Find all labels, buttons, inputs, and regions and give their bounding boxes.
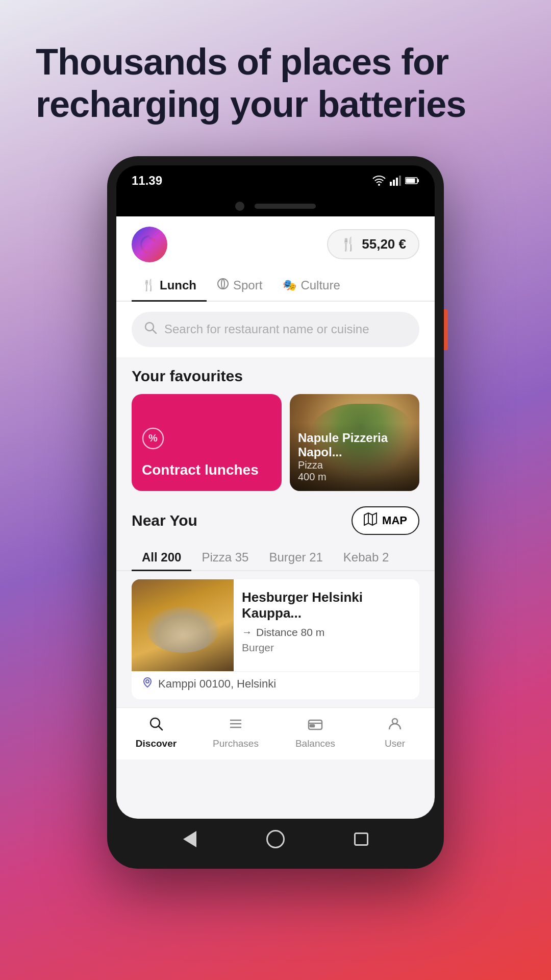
tab-sport[interactable]: Sport: [207, 271, 272, 302]
svg-rect-6: [417, 179, 419, 182]
app-logo[interactable]: [132, 227, 167, 262]
svg-rect-23: [310, 725, 314, 727]
restaurant-address: Kamppi 00100, Helsinki: [132, 671, 419, 699]
home-button[interactable]: [266, 830, 285, 848]
status-icons: [372, 176, 419, 186]
svg-point-7: [218, 279, 228, 289]
search-section: Search for restaurant name or cuisine: [116, 302, 435, 357]
purchases-icon: [228, 716, 243, 735]
page-headline: Thousands of places for recharging your …: [0, 0, 551, 146]
wifi-icon: [372, 176, 386, 186]
balance-pill[interactable]: 🍴 55,20 €: [327, 229, 419, 259]
phone-mockup: 11.39: [107, 156, 444, 869]
phone-screen: 🍴 55,20 € 🍴 Lunch: [116, 216, 435, 819]
pizza-distance: 400 m: [298, 471, 411, 483]
discount-icon: %: [142, 427, 271, 454]
restaurant-card[interactable]: Hesburger Helsinki Kauppa... → Distance …: [132, 579, 419, 699]
svg-text:%: %: [148, 432, 158, 444]
battery-icon: [405, 177, 419, 185]
pizza-card[interactable]: Napule Pizzeria Napol... Pizza 400 m: [290, 394, 419, 491]
address-text: Kamppi 00100, Helsinki: [158, 677, 276, 691]
svg-line-9: [153, 330, 156, 333]
restaurant-distance: → Distance 80 m: [242, 626, 411, 639]
recent-icon: [354, 832, 368, 846]
culture-icon: 🎭: [283, 279, 296, 292]
contract-lunches-card[interactable]: % Contract lunches: [132, 394, 282, 491]
filter-tabs: All 200 Pizza 35 Burger 21 Kebab 2: [116, 540, 435, 571]
balance-amount: 55,20 €: [362, 236, 406, 252]
tab-culture[interactable]: 🎭 Culture: [272, 271, 350, 302]
contract-lunches-title: Contract lunches: [142, 461, 271, 479]
signal-icon: [390, 176, 401, 186]
pizza-cuisine: Pizza: [298, 459, 411, 471]
pizza-card-overlay: Napule Pizzeria Napol... Pizza 400 m: [290, 423, 419, 491]
favourites-section: Your favourites % Contract lunches: [116, 357, 435, 496]
discover-label: Discover: [136, 738, 177, 749]
restaurant-image: [132, 579, 234, 671]
search-icon: [144, 321, 157, 338]
app-tabs: 🍴 Lunch Sport 🎭: [116, 271, 435, 302]
restaurant-card-inner: Hesburger Helsinki Kauppa... → Distance …: [132, 579, 419, 671]
camera-dot: [235, 202, 244, 211]
restaurant-name: Hesburger Helsinki Kauppa...: [242, 590, 411, 621]
nav-balances[interactable]: Balances: [290, 716, 341, 749]
nav-discover[interactable]: Discover: [131, 716, 182, 749]
tab-culture-label: Culture: [300, 278, 340, 292]
home-icon: [266, 830, 285, 848]
filter-kebab[interactable]: Kebab 2: [333, 545, 399, 571]
user-label: User: [385, 738, 405, 749]
favourites-grid: % Contract lunches Napule Pizzeria Napol…: [132, 394, 419, 491]
svg-rect-2: [396, 178, 398, 186]
balances-icon: [308, 716, 323, 735]
map-button[interactable]: MAP: [352, 506, 419, 535]
map-icon: [364, 512, 377, 529]
search-placeholder: Search for restaurant name or cuisine: [164, 322, 369, 336]
tab-sport-label: Sport: [233, 278, 262, 292]
svg-line-17: [159, 726, 162, 730]
distance-arrow-icon: →: [242, 626, 252, 638]
near-you-header: Near You MAP: [116, 496, 435, 540]
search-bar[interactable]: Search for restaurant name or cuisine: [132, 312, 419, 347]
app-header-top: 🍴 55,20 €: [132, 227, 419, 262]
location-icon: [142, 677, 153, 691]
sport-icon: [217, 278, 229, 293]
svg-rect-1: [393, 180, 395, 186]
nav-user[interactable]: User: [369, 716, 420, 749]
tab-lunch[interactable]: 🍴 Lunch: [132, 271, 207, 302]
status-time: 11.39: [132, 174, 162, 188]
purchases-label: Purchases: [213, 738, 259, 749]
svg-rect-5: [406, 178, 415, 183]
nav-purchases[interactable]: Purchases: [210, 716, 261, 749]
back-icon: [183, 831, 196, 847]
speaker-bar: [255, 204, 316, 209]
phone-frame: 11.39: [107, 156, 444, 869]
favourites-title: Your favourites: [132, 368, 419, 385]
near-you-title: Near You: [132, 512, 197, 529]
tab-lunch-label: Lunch: [160, 278, 196, 292]
svg-point-15: [146, 680, 149, 683]
svg-marker-12: [364, 513, 377, 525]
lunch-icon: 🍴: [142, 279, 156, 292]
pizza-restaurant-name: Napule Pizzeria Napol...: [298, 431, 411, 459]
balances-label: Balances: [295, 738, 335, 749]
filter-pizza[interactable]: Pizza 35: [191, 545, 259, 571]
filter-burger[interactable]: Burger 21: [259, 545, 333, 571]
svg-rect-3: [399, 176, 401, 186]
svg-rect-0: [390, 182, 392, 186]
distance-text: Distance 80 m: [256, 626, 324, 639]
camera-bar: [116, 196, 435, 216]
svg-point-24: [392, 719, 397, 724]
map-button-label: MAP: [382, 514, 407, 527]
back-button[interactable]: [181, 830, 199, 848]
restaurant-info: Hesburger Helsinki Kauppa... → Distance …: [234, 579, 419, 671]
restaurant-type: Burger: [242, 642, 411, 654]
user-icon: [387, 716, 403, 735]
status-bar: 11.39: [116, 165, 435, 196]
balance-fork-icon: 🍴: [340, 236, 357, 252]
bottom-nav: Discover Purchases: [116, 707, 435, 760]
filter-all[interactable]: All 200: [132, 545, 191, 571]
phone-bottom-bar: [116, 819, 435, 860]
recent-button[interactable]: [352, 830, 370, 848]
burger-image: [132, 579, 234, 671]
power-button: [444, 309, 448, 350]
